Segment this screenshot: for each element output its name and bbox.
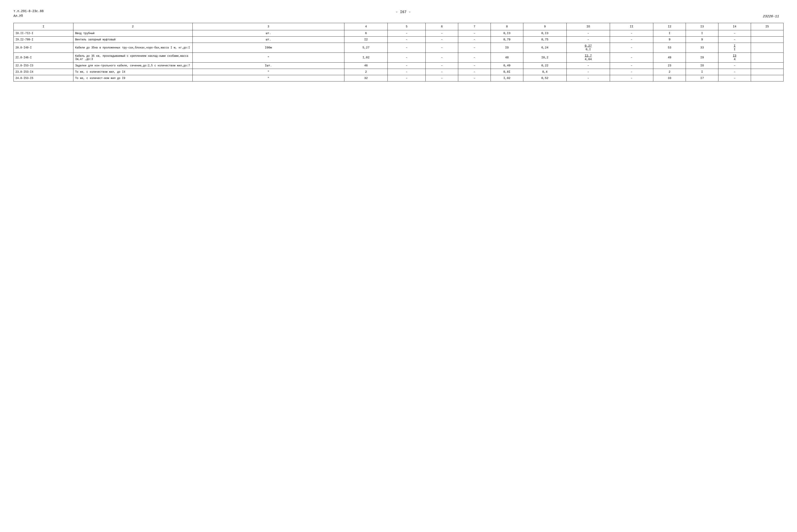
row-unit: шт. xyxy=(192,30,344,37)
row-col6: – xyxy=(426,75,458,81)
row-qty: 32 xyxy=(345,75,388,81)
row-col6: – xyxy=(426,53,458,63)
row-col11: – xyxy=(610,75,653,81)
table-row: 2I.8-I46-IКабель до 35 кв, прокладываемы… xyxy=(14,53,783,63)
row-col12: I xyxy=(653,30,686,37)
row-col8: 0,79 xyxy=(490,37,523,43)
row-description: Кабели до 35кв в проложенных тру-сах,бло… xyxy=(73,43,192,53)
row-col7: – xyxy=(458,30,491,37)
row-col14: – xyxy=(719,63,751,69)
col-header-1: I xyxy=(14,23,73,30)
col-header-10: IO xyxy=(567,23,610,30)
row-qty: 6 xyxy=(345,30,388,37)
col-header-6: 6 xyxy=(426,23,458,30)
row-col11: – xyxy=(610,53,653,63)
row-col15 xyxy=(751,75,783,81)
row-qty: 2 xyxy=(345,69,388,75)
row-col8: 48 xyxy=(490,53,523,63)
row-col15 xyxy=(751,43,783,53)
row-description: Ввод трубный xyxy=(73,30,192,37)
row-description: Кабель до 35 кв, прокладываемый с крепле… xyxy=(73,53,192,63)
row-col13: IO xyxy=(686,63,719,69)
row-unit: " xyxy=(192,69,344,75)
table-row: I8.II-7I2-IВвод трубныйшт.6–––0,I30,I3––… xyxy=(14,30,783,37)
row-col15 xyxy=(751,37,783,43)
row-col6: – xyxy=(426,37,458,43)
row-col10: 0,270,I xyxy=(567,43,610,53)
table-header-row: I 2 3 4 5 6 7 8 9 IO II I2 I3 I4 I5 xyxy=(14,23,783,30)
row-qty: 5,27 xyxy=(345,43,388,53)
col-header-8: 8 xyxy=(490,23,523,30)
row-unit: " xyxy=(192,53,344,63)
row-col12: 33 xyxy=(653,75,686,81)
col-header-14: I4 xyxy=(719,23,751,30)
row-col7: – xyxy=(458,75,491,81)
row-col12: 9 xyxy=(653,37,686,43)
col-header-3: 3 xyxy=(192,23,344,30)
row-col15 xyxy=(751,69,783,75)
row-col5: – xyxy=(388,63,426,69)
row-col8: IO xyxy=(490,43,523,53)
page-number: - I67 - xyxy=(43,10,763,14)
page-header: т.п.291-8-23с.88 Ал.УП - I67 - 23226-11 xyxy=(14,9,783,20)
row-col9: 0,I3 xyxy=(523,30,567,37)
row-code: 20.8-I49-I xyxy=(14,43,73,53)
row-col15 xyxy=(751,63,783,69)
row-col5: – xyxy=(388,69,426,75)
row-col11: – xyxy=(610,37,653,43)
row-qty: I,02 xyxy=(345,53,388,63)
row-unit: " xyxy=(192,75,344,81)
row-col5: – xyxy=(388,43,426,53)
row-col5: – xyxy=(388,53,426,63)
row-col6: – xyxy=(426,30,458,37)
col-header-11: II xyxy=(610,23,653,30)
row-unit: I00м xyxy=(192,43,344,53)
row-col9: I8,2 xyxy=(523,53,567,63)
row-col6: – xyxy=(426,69,458,75)
row-col5: – xyxy=(388,75,426,81)
row-col11: – xyxy=(610,30,653,37)
row-col11: – xyxy=(610,63,653,69)
row-col15 xyxy=(751,53,783,63)
row-col13: 9 xyxy=(686,37,719,43)
row-col7: – xyxy=(458,37,491,43)
row-col13: I9 xyxy=(686,53,719,63)
doc-reference: т.п.291-8-23с.88 Ал.УП xyxy=(14,9,43,18)
doc-ref-line1: т.п.291-8-23с.88 xyxy=(14,9,43,14)
row-col7: – xyxy=(458,63,491,69)
row-qty: 46 xyxy=(345,63,388,69)
row-col13: I xyxy=(686,30,719,37)
row-col8: 0,49 xyxy=(490,63,523,69)
row-col12: 2 xyxy=(653,69,686,75)
table-row: 20.8-I49-IКабели до 35кв в проложенных т… xyxy=(14,43,783,53)
table-row: 24.8-I53-I5То же, с количест-вом жил до … xyxy=(14,75,783,81)
document-number: 23226-11 xyxy=(763,15,783,18)
row-col5: – xyxy=(388,30,426,37)
row-code: 23.8-I53-I4 xyxy=(14,69,73,75)
row-code: 24.8-I53-I5 xyxy=(14,75,73,81)
row-col9: 0,75 xyxy=(523,37,567,43)
row-col9: 6,24 xyxy=(523,43,567,53)
row-col14: – xyxy=(719,69,751,75)
row-unit: шт. xyxy=(192,37,344,43)
row-col11: – xyxy=(610,43,653,53)
row-col14: – xyxy=(719,37,751,43)
row-col15 xyxy=(751,30,783,37)
table-row: 23.8-I53-I4То же, с количеством жил, до … xyxy=(14,69,783,75)
row-col10: – xyxy=(567,30,610,37)
row-col10: – xyxy=(567,37,610,43)
row-col14: I34 xyxy=(719,53,751,63)
row-col10: I2,74,04 xyxy=(567,53,610,63)
row-col7: – xyxy=(458,53,491,63)
row-col9: 0,52 xyxy=(523,75,567,81)
row-col14: – xyxy=(719,30,751,37)
row-col10: – xyxy=(567,63,610,69)
col-header-9: 9 xyxy=(523,23,567,30)
row-col8: 0,I3 xyxy=(490,30,523,37)
row-col13: 33 xyxy=(686,43,719,53)
row-col9: 0,4 xyxy=(523,69,567,75)
row-code: 2I.8-I46-I xyxy=(14,53,73,63)
row-col14: – xyxy=(719,75,751,81)
row-col12: 53 xyxy=(653,43,686,53)
col-header-2: 2 xyxy=(73,23,192,30)
